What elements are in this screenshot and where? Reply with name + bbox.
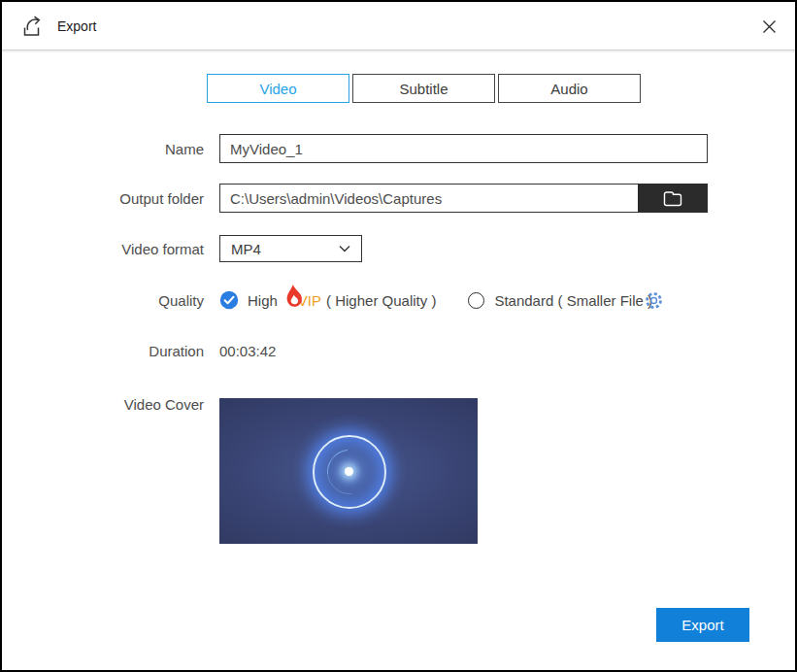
- video-format-value: MP4: [231, 241, 261, 257]
- output-folder-input[interactable]: [219, 184, 638, 213]
- radio-checked-icon: [219, 290, 239, 310]
- tab-subtitle[interactable]: Subtitle: [352, 74, 495, 103]
- output-folder-field: [219, 184, 708, 213]
- flame-icon: [282, 284, 305, 310]
- duration-label: Duration: [2, 343, 204, 359]
- quality-settings-button[interactable]: [642, 288, 665, 312]
- export-button[interactable]: Export: [656, 608, 749, 642]
- quality-option-high[interactable]: High VIP ( Higher Quality ): [219, 287, 436, 314]
- export-dialog: Export Video Subtitle Audio Name Output …: [0, 0, 797, 672]
- quality-high-text: High: [248, 292, 278, 309]
- tab-video[interactable]: Video: [207, 74, 349, 103]
- video-format-select[interactable]: MP4: [219, 235, 362, 262]
- close-icon: [762, 19, 777, 34]
- export-arrow-icon: [19, 14, 45, 39]
- tab-audio[interactable]: Audio: [498, 74, 641, 103]
- gear-icon: [643, 289, 665, 312]
- video-cover-label: Video Cover: [2, 396, 204, 413]
- quality-standard-text: Standard ( Smaller File ): [494, 292, 652, 309]
- dialog-title: Export: [57, 18, 96, 34]
- video-format-label: Video format: [2, 241, 204, 257]
- quality-option-standard[interactable]: Standard ( Smaller File ): [468, 292, 652, 309]
- quality-label: Quality: [2, 292, 204, 309]
- export-type-tabs: Video Subtitle Audio: [207, 74, 641, 103]
- video-cover-thumbnail: [219, 398, 478, 544]
- name-label: Name: [2, 141, 204, 157]
- name-input[interactable]: [219, 134, 708, 163]
- title-bar: Export: [2, 2, 795, 50]
- cover-light-core: [345, 467, 353, 476]
- chevron-down-icon: [339, 245, 350, 252]
- folder-icon: [661, 188, 685, 209]
- radio-unchecked-icon: [468, 292, 484, 309]
- quality-high-suffix: ( Higher Quality ): [326, 292, 436, 309]
- browse-folder-button[interactable]: [638, 184, 708, 213]
- duration-value: 00:03:42: [219, 343, 276, 359]
- output-folder-label: Output folder: [2, 190, 204, 207]
- quality-options: High VIP ( Higher Quality ) Standard ( S…: [219, 286, 652, 315]
- close-button[interactable]: [757, 15, 780, 38]
